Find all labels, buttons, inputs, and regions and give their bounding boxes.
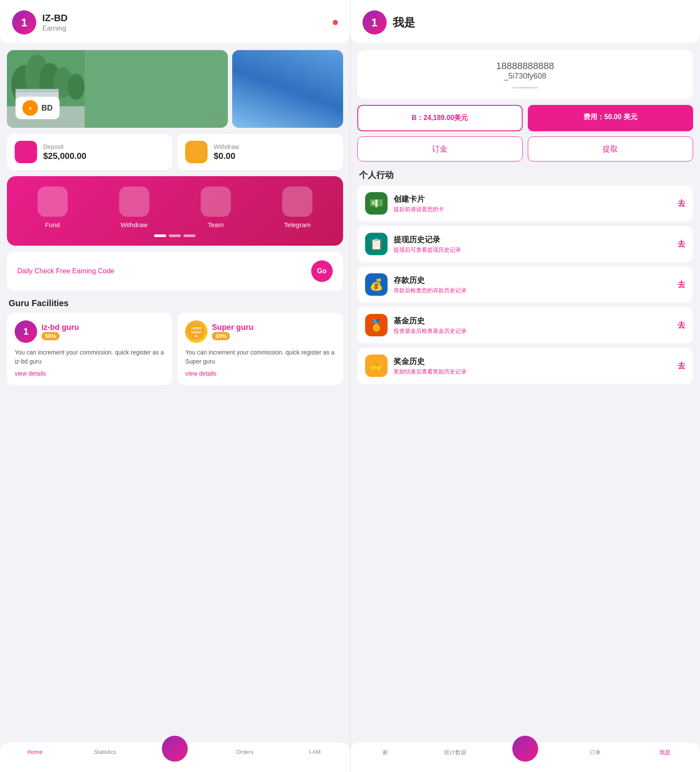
fund-history-name: 基金历史 [394, 316, 672, 326]
guru-logo-super: SUPER AGENT [185, 320, 208, 343]
create-card-content: 创建卡片 提款前请设置您的卡 [394, 194, 672, 213]
fund-history-arrow: 去 [678, 320, 685, 330]
nav-statistics[interactable]: Statistics [70, 749, 140, 762]
guru-desc-izbd: You can increment your commission. quick… [15, 348, 164, 366]
svg-text:AGENT: AGENT [191, 331, 202, 334]
deposit-history-name: 存款历史 [394, 275, 672, 285]
svg-text:SUPER: SUPER [191, 327, 202, 330]
dot-2 [169, 234, 181, 237]
carousel-dots [14, 234, 336, 237]
action-fund-history[interactable]: 🏅 基金历史 投资基金后检查基金历史记录 去 [357, 307, 694, 343]
nav-iam[interactable]: I-AM [280, 749, 350, 762]
header-brand: 1 IZ-BD Earning [12, 10, 68, 35]
create-card-name: 创建卡片 [394, 194, 672, 204]
right-nav-orders[interactable]: 订单 [560, 749, 630, 762]
right-nav-center[interactable] [490, 744, 560, 762]
guru-name-super: Super guru [212, 323, 253, 332]
action-deposit-history[interactable]: 💰 存款历史 存款后检查您的存款历史记录 去 [357, 266, 694, 303]
nav-center-button-left[interactable] [162, 736, 188, 762]
right-page-title: 我是 [393, 15, 415, 30]
guru-badge-izbd: 50% [41, 332, 60, 340]
deposit-history-icon: 💰 [365, 273, 388, 296]
withdraw-menu-label: Withdraw [120, 221, 148, 228]
daily-check-text: Daily Check Free Earning Code [17, 267, 114, 275]
banner-main[interactable]: ★ BD ARTS [7, 50, 228, 128]
deposit-history-desc: 存款后检查您的存款历史记录 [394, 287, 672, 294]
guru-link-super[interactable]: view details [185, 370, 216, 377]
withdraw-value: $0.00 [214, 151, 239, 161]
deposit-value: $25,000.00 [43, 151, 86, 161]
guru-badge-super: 30% [212, 332, 230, 340]
nav-home[interactable]: Home [0, 749, 70, 762]
fund-history-icon: 🏅 [365, 314, 388, 336]
guru-info-super: Super guru 30% [212, 323, 253, 340]
withdraw-history-arrow: 去 [678, 239, 685, 249]
nav-home-label: Home [28, 749, 43, 755]
nav-orders[interactable]: Orders [210, 749, 280, 762]
dot-1 [154, 234, 166, 237]
right-nav-stats[interactable]: 统计数据 [420, 749, 490, 762]
menu-item-withdraw[interactable]: Withdraw [95, 187, 173, 228]
user-info-card: 18888888888 _5i730fy608 [357, 50, 694, 99]
action-create-card[interactable]: 💵 创建卡片 提款前请设置您的卡 去 [357, 185, 694, 221]
svg-text:★: ★ [28, 106, 32, 111]
notification-dot [333, 20, 338, 25]
app-subtitle: Earning [42, 25, 68, 32]
right-nav-center-button[interactable] [512, 736, 538, 762]
nav-center-left[interactable] [140, 744, 210, 762]
fund-icon [38, 187, 68, 217]
balance-b-display: B：24,189.00美元 [357, 105, 523, 131]
fund-history-desc: 投资基金后检查基金历史记录 [394, 327, 672, 335]
app-title: IZ-BD [42, 13, 68, 24]
telegram-icon [282, 187, 312, 217]
deposit-action-btn[interactable]: 订金 [357, 136, 523, 161]
user-avatar-bar [512, 87, 538, 89]
menu-item-fund[interactable]: Fund [14, 187, 91, 228]
withdraw-info: Withdraw $0.00 [214, 143, 239, 161]
withdraw-action-btn[interactable]: 提取 [528, 136, 693, 161]
deposit-card[interactable]: Deposit $25,000.00 [7, 134, 172, 170]
right-nav-iam-label: 我是 [659, 749, 671, 756]
bonus-history-content: 奖金历史 奖励结束后查看奖励历史记录 [394, 356, 672, 376]
deposit-icon [15, 141, 37, 163]
action-bonus-history[interactable]: 🤲 奖金历史 奖励结束后查看奖励历史记录 去 [357, 348, 694, 384]
right-logo-circle: 1 [363, 10, 387, 35]
guru-header-super: SUPER AGENT Super guru 30% [185, 320, 335, 343]
personal-section-title: 个人行动 [350, 168, 700, 185]
action-withdraw-history[interactable]: 📋 提现历史记录 提现后可查看提现历史记录 去 [357, 226, 694, 262]
withdraw-menu-icon [119, 187, 149, 217]
guru-card-izbd[interactable]: 1 iz-bd guru 50% You can increment your … [7, 313, 172, 385]
guru-card-super[interactable]: SUPER AGENT Super guru 30% You can incre… [177, 313, 343, 385]
banner-side-inner [232, 50, 343, 128]
deposit-history-content: 存款历史 存款后检查您的存款历史记录 [394, 275, 672, 294]
go-button[interactable]: Go [311, 260, 333, 282]
svg-rect-8 [16, 89, 59, 92]
withdraw-icon [185, 141, 208, 163]
withdraw-history-icon: 📋 [365, 233, 388, 255]
withdraw-card[interactable]: Withdraw $0.00 [177, 134, 343, 170]
pink-panel: Fund Withdraw Team Telegram [7, 176, 343, 246]
deposit-label: Deposit [43, 143, 86, 150]
right-nav-home[interactable]: 家 [350, 749, 420, 762]
guru-header-izbd: 1 iz-bd guru 50% [15, 320, 164, 343]
menu-item-team[interactable]: Team [177, 187, 254, 228]
right-nav-orders-label: 订单 [590, 749, 601, 756]
user-id: _5i730fy608 [504, 72, 546, 81]
deposit-history-arrow: 去 [678, 279, 685, 290]
right-nav-iam[interactable]: 我是 [630, 749, 700, 762]
nav-statistics-label: Statistics [94, 749, 116, 755]
user-phone: 18888888888 [496, 60, 554, 72]
guru-desc-super: You can increment your commission. quick… [185, 348, 335, 366]
menu-item-telegram[interactable]: Telegram [259, 187, 336, 228]
guru-name-izbd: iz-bd guru [41, 323, 79, 332]
guru-section-title: Guru Facilities [0, 297, 350, 313]
create-card-desc: 提款前请设置您的卡 [394, 206, 672, 213]
right-bottom-nav: 家 统计数据 订单 我是 [350, 743, 700, 772]
create-card-icon: 💵 [365, 192, 388, 215]
bonus-history-icon: 🤲 [365, 354, 388, 377]
banner-side[interactable] [232, 50, 343, 128]
bd-logo: ★ BD [16, 97, 60, 119]
guru-link-izbd[interactable]: view details [15, 370, 46, 377]
right-nav-stats-label: 统计数据 [444, 749, 467, 756]
guru-info-izbd: iz-bd guru 50% [41, 323, 79, 340]
